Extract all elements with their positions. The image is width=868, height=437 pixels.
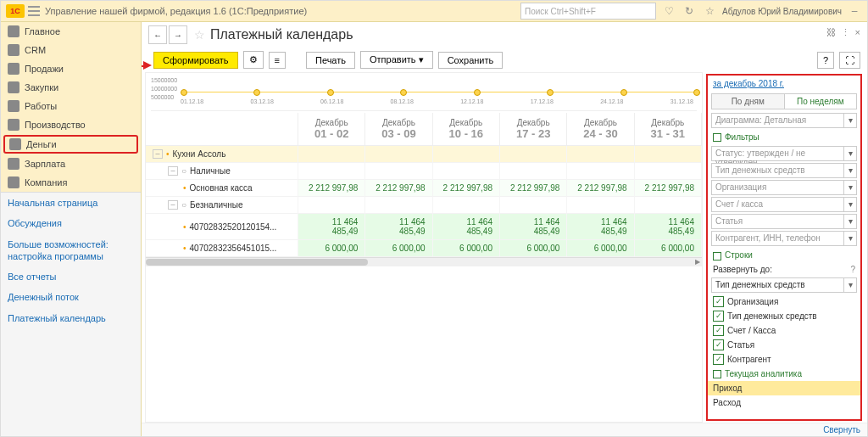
history-icon[interactable]: ↻ [682,3,697,19]
check-2[interactable]: ✓Счет / Касса [708,323,860,338]
row-label[interactable]: •40702832520120154... [146,214,298,240]
check-3[interactable]: ✓Статья [708,338,860,352]
cell: 2 212 997,98 [298,180,365,197]
diagram-select[interactable]: Диаграмма: Детальная [711,113,844,128]
nav-item-0[interactable]: Главное [1,22,141,41]
bell-icon[interactable]: ♡ [661,3,676,19]
fullscreen-button[interactable]: ⛶ [839,52,860,69]
row-label[interactable]: –•Кухни Ассоль [146,146,298,163]
subnav-item-5[interactable]: Платежный календарь [1,308,141,328]
subnav-item-1[interactable]: Обсуждения [1,213,141,233]
star-icon[interactable]: ☆ [702,3,717,19]
variant-button[interactable]: ≡ [269,52,286,69]
expand-select[interactable]: Тип денежных средств [711,277,844,293]
check-1[interactable]: ✓Тип денежных средств [708,309,860,323]
cell [298,163,365,180]
cell [365,197,432,214]
cell: 11 464 485,49 [365,214,432,240]
rows-header[interactable]: Строки [708,248,860,262]
filter-5[interactable]: Контрагент, ИНН, телефон [711,231,844,246]
filter-0[interactable]: Статус: утвержден / не утвержден [711,146,844,161]
row-label[interactable]: •40702832356451015... [146,240,298,257]
back-button[interactable]: ← [148,25,167,44]
cell: 6 000,00 [635,240,702,257]
cell [635,197,702,214]
nav-item-3[interactable]: Закупки [1,78,141,97]
window-title: Управление нашей фирмой, редакция 1.6 (1… [45,6,307,16]
favorite-icon[interactable]: ☆ [194,28,205,42]
settings-panel: за декабрь 2018 г. По дням По неделям Ди… [706,74,862,421]
minimize-icon[interactable]: – [847,3,862,19]
analytic-0[interactable]: Приход [708,381,860,395]
cell: 6 000,00 [298,240,365,257]
filter-1[interactable]: Тип денежных средств [711,163,844,178]
period-link[interactable]: за декабрь 2018 г. [708,76,860,92]
cell: 11 464 485,49 [433,214,500,240]
cell: 2 212 997,98 [635,180,702,197]
cell: 11 464 485,49 [298,214,365,240]
cell [500,197,567,214]
nav-item-6[interactable]: Деньги [3,135,138,154]
print-button[interactable]: Печать [306,52,355,69]
subnav-item-4[interactable]: Денежный поток [1,287,141,307]
nav-item-4[interactable]: Работы [1,97,141,115]
check-0[interactable]: ✓Организация [708,294,860,309]
cell: 2 212 997,98 [567,180,634,197]
settings-button[interactable]: ⚙ [243,51,264,69]
nav-item-7[interactable]: Зарплата [1,154,141,173]
cell: 11 464 485,49 [635,214,702,240]
cell [433,146,500,163]
horizontal-scrollbar[interactable]: ▶ [146,257,702,266]
cell [567,197,634,214]
tab-by-days[interactable]: По дням [712,94,784,109]
save-button[interactable]: Сохранить [438,52,504,69]
cell [433,197,500,214]
close-icon[interactable]: × [855,27,860,38]
forward-button[interactable]: → [169,25,187,44]
filter-4[interactable]: Статья [711,214,844,229]
link-icon[interactable]: ⛓ [826,27,836,38]
help-button[interactable]: ? [817,52,834,69]
row-label[interactable]: –○Наличные [146,163,298,180]
cell: 11 464 485,49 [567,214,634,240]
cell [433,163,500,180]
cell: 6 000,00 [433,240,500,257]
cell: 2 212 997,98 [365,180,432,197]
cell: 2 212 997,98 [500,180,567,197]
menu-icon[interactable] [28,5,40,17]
page-title: Платежный календарь [210,27,353,42]
cell [635,146,702,163]
cell: 6 000,00 [567,240,634,257]
filter-2[interactable]: Организация [711,180,844,195]
row-label[interactable]: •Основная касса [146,180,298,197]
app-logo: 1C [6,4,25,18]
subnav-item-2[interactable]: Больше возможностей: настройка программы [1,234,141,267]
tab-by-weeks[interactable]: По неделям [784,94,857,109]
more-icon[interactable]: ⋮ [841,27,850,38]
subnav-item-3[interactable]: Все отчеты [1,266,141,287]
cell [567,146,634,163]
nav-item-8[interactable]: Компания [1,173,141,192]
cell [298,197,365,214]
collapse-link[interactable]: Свернуть [823,425,860,434]
cell [567,163,634,180]
balance-chart: 15000000100000005000000 01.12.1803.12.18… [151,76,697,111]
nav-item-5[interactable]: Производство [1,115,141,134]
send-button[interactable]: Отправить ▾ [360,51,433,69]
cell [500,163,567,180]
row-label[interactable]: –○Безналичные [146,197,298,214]
analytics-header: Текущая аналитика [708,367,860,381]
analytic-1[interactable]: Расход [708,395,860,410]
nav-item-2[interactable]: Продажи [1,59,141,78]
cell: 6 000,00 [500,240,567,257]
user-name[interactable]: Абдулов Юрий Владимирович [722,7,842,16]
cell [365,163,432,180]
filters-header[interactable]: Фильтры [708,130,860,144]
subnav-item-0[interactable]: Начальная страница [1,193,141,213]
nav-item-1[interactable]: CRM [1,41,141,59]
cell [635,163,702,180]
generate-button[interactable]: Сформировать [153,52,238,69]
check-4[interactable]: ✓Контрагент [708,352,860,367]
filter-3[interactable]: Счет / касса [711,197,844,212]
search-input[interactable]: Поиск Ctrl+Shift+F [520,3,656,20]
